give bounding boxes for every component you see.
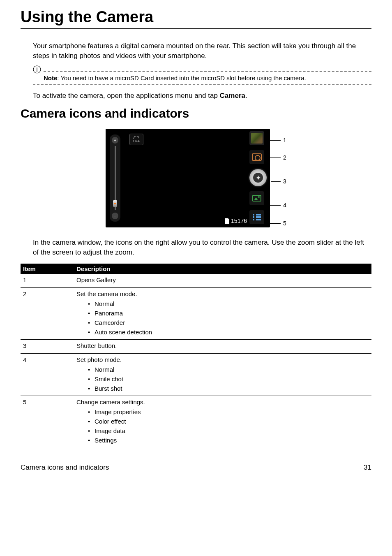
shutter-button[interactable] xyxy=(249,169,267,186)
list-item: Image data xyxy=(88,426,369,436)
list-item: Camcorder xyxy=(88,318,369,327)
zoom-thumb[interactable] xyxy=(113,200,117,207)
cell-desc: Change camera settings. Image properties… xyxy=(76,398,369,445)
footer-page-number: 31 xyxy=(364,463,371,472)
cell-item: 2 xyxy=(23,290,76,337)
callout-label: 3 xyxy=(283,178,286,185)
bullet-list: Normal Panorama Camcorder Auto scene det… xyxy=(88,299,369,337)
list-item: Normal xyxy=(88,365,369,374)
table-row: 2 Set the camera mode. Normal Panorama C… xyxy=(21,288,371,340)
cell-item: 1 xyxy=(23,276,76,285)
icon-table: Item Description 1 Opens Gallery 2 Set t… xyxy=(21,264,371,447)
zoom-track xyxy=(115,146,116,210)
callout-1: 1 xyxy=(268,137,286,144)
cell-desc: Set photo mode. Normal Smile chot Burst … xyxy=(76,356,369,393)
right-icon-column xyxy=(249,131,267,224)
desc-text: Set photo mode. xyxy=(76,356,369,363)
callout-label: 4 xyxy=(283,202,286,208)
zoom-out-icon[interactable]: − xyxy=(112,213,118,219)
header-desc: Description xyxy=(76,265,369,272)
camera-diagram: + − OFF xyxy=(106,129,286,227)
off-label: OFF xyxy=(133,139,140,143)
scene-off-icon[interactable]: OFF xyxy=(129,134,143,145)
list-item: Color effect xyxy=(88,417,369,426)
shutter-aperture-icon xyxy=(253,173,263,183)
page-title: Using the Camera xyxy=(21,8,371,29)
photo-mode-icon[interactable] xyxy=(249,191,264,205)
callout-2: 2 xyxy=(268,154,286,161)
gallery-thumb-inner xyxy=(251,133,263,144)
callout-3: 3 xyxy=(271,178,286,185)
zoom-slider[interactable]: + − xyxy=(110,134,120,222)
bullet-list: Normal Smile chot Burst shot xyxy=(88,365,369,393)
cell-item: 4 xyxy=(23,356,76,393)
activate-target: Camera xyxy=(220,92,245,100)
cell-item: 3 xyxy=(23,342,76,351)
list-item: Burst shot xyxy=(88,384,369,393)
list-item: Settings xyxy=(88,436,369,445)
table-row: 1 Opens Gallery xyxy=(21,274,371,288)
intro-text: Your smartphone features a digital camer… xyxy=(33,41,371,61)
sd-card-icon xyxy=(225,218,229,224)
activate-text: To activate the camera, open the applica… xyxy=(33,91,371,101)
arc-icon xyxy=(134,136,139,139)
callout-5: 5 xyxy=(268,220,286,227)
callout-4: 4 xyxy=(268,202,286,208)
desc-text: Opens Gallery xyxy=(76,276,369,283)
diagram-wrap: + − OFF xyxy=(21,129,371,227)
remaining-shots: 15176 xyxy=(225,218,247,224)
page-footer: Camera icons and indicators 31 xyxy=(21,460,371,472)
cell-desc: Shutter button. xyxy=(76,342,369,351)
callout-label: 2 xyxy=(283,154,286,161)
list-item: Smile chot xyxy=(88,374,369,384)
cell-desc: Set the camera mode. Normal Panorama Cam… xyxy=(76,290,369,337)
table-row: 5 Change camera settings. Image properti… xyxy=(21,396,371,447)
activate-suffix: . xyxy=(245,92,247,100)
remaining-count: 15176 xyxy=(231,218,247,224)
camera-screen: + − OFF xyxy=(106,129,270,227)
desc-text: Change camera settings. xyxy=(76,398,369,405)
callout-label: 1 xyxy=(283,137,286,144)
cell-item: 5 xyxy=(23,398,76,445)
desc-text: Shutter button. xyxy=(76,342,369,349)
bullet-list: Image properties Color effect Image data… xyxy=(88,407,369,445)
section-heading: Camera icons and indicators xyxy=(21,107,371,120)
note-block: ⓘ Note: You need to have a microSD Card … xyxy=(33,67,371,85)
list-item: Panorama xyxy=(88,308,369,318)
camera-mode-glyph xyxy=(252,153,262,161)
cell-desc: Opens Gallery xyxy=(76,276,369,285)
note-text: : You need to have a microSD Card insert… xyxy=(57,74,306,81)
settings-glyph xyxy=(253,214,261,220)
footer-left: Camera icons and indicators xyxy=(21,463,109,472)
note-label: Note xyxy=(44,74,57,81)
activate-prefix: To activate the camera, open the applica… xyxy=(33,92,220,100)
table-header: Item Description xyxy=(21,264,371,274)
settings-icon[interactable] xyxy=(249,210,264,224)
header-item: Item xyxy=(23,265,76,272)
list-item: Auto scene detection xyxy=(88,327,369,337)
warning-icon: ⓘ xyxy=(33,65,41,74)
list-item: Image properties xyxy=(88,407,369,417)
note-rule-top xyxy=(44,71,371,72)
note-rule-bottom xyxy=(33,84,371,85)
zoom-in-icon[interactable]: + xyxy=(112,137,118,144)
gallery-thumbnail-icon[interactable] xyxy=(249,131,264,145)
table-row: 4 Set photo mode. Normal Smile chot Burs… xyxy=(21,354,371,396)
desc-text: Set the camera mode. xyxy=(76,290,369,297)
photo-mode-glyph xyxy=(252,195,261,202)
callout-label: 5 xyxy=(283,220,286,227)
camera-mode-icon[interactable] xyxy=(249,150,264,164)
list-item: Normal xyxy=(88,299,369,308)
post-diagram-text: In the camera window, the icons on the r… xyxy=(33,238,371,257)
table-row: 3 Shutter button. xyxy=(21,340,371,354)
